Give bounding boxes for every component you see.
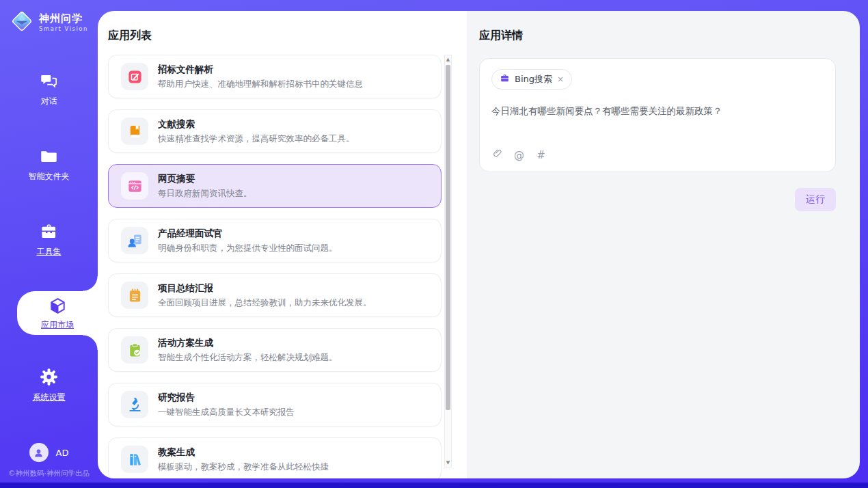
clipboard-check-icon [121, 336, 148, 364]
app-detail-panel: 应用详情 Bing搜索 × 今日湖北有哪些新闻要点？有哪些需要关注的最新政策？ … [467, 11, 860, 478]
app-title: 网页摘要 [158, 173, 252, 185]
tool-chip-bing-search[interactable]: Bing搜索 × [491, 69, 572, 90]
app-title: 研究报告 [158, 392, 295, 404]
mention-at-icon[interactable]: @ [513, 149, 525, 161]
gear-icon [40, 366, 58, 387]
app-description: 智能生成个性化活动方案，轻松解决规划难题。 [158, 352, 338, 364]
sidebar-item-label: 工具集 [37, 246, 62, 258]
scrollbar-down-icon[interactable]: ▼ [445, 459, 451, 467]
briefcase-icon [500, 73, 510, 86]
app-title: 产品经理面试官 [158, 228, 338, 240]
book-icon [121, 118, 148, 145]
brand-subtitle: Smart Vision [39, 26, 88, 32]
app-title: 文献搜索 [158, 118, 355, 131]
app-title: 教案生成 [158, 446, 329, 459]
brand-name: 神州问学 [39, 13, 88, 25]
sidebar-item-app-market[interactable]: 应用市场 [17, 291, 98, 335]
bottom-accent-strip [0, 483, 868, 488]
user-name: AD [56, 448, 69, 458]
chip-close-icon[interactable]: × [557, 75, 564, 83]
edit-doc-icon [121, 63, 148, 90]
scrollbar-up-icon[interactable]: ▲ [445, 55, 451, 64]
app-title: 项目总结汇报 [158, 282, 372, 295]
sidebar-item-label: 对话 [41, 96, 57, 107]
toolbox-icon [40, 221, 58, 241]
app-list-panel: 应用列表 招标文件解析 帮助用户快速、准确地理解和解析招标书中的关键信息 文献搜… [98, 11, 467, 478]
main-content: 应用列表 招标文件解析 帮助用户快速、准确地理解和解析招标书中的关键信息 文献搜… [98, 11, 860, 478]
sidebar-item-label: 应用市场 [41, 319, 74, 331]
app-detail-title: 应用详情 [479, 29, 836, 43]
app-list-item-web-summary[interactable]: 网页摘要 每日政府新闻资讯快查。 [108, 164, 442, 208]
app-description: 帮助用户快速、准确地理解和解析招标书中的关键信息 [158, 79, 363, 90]
app-list-item-lesson-plan[interactable]: 教案生成 模板驱动，教案秒成，教学准备从此轻松快捷 [108, 437, 442, 478]
attachment-paperclip-icon[interactable] [491, 148, 503, 162]
app-list-item-project-summary[interactable]: 项目总结汇报 全面回顾项目进展，总结经验教训，助力未来优化发展。 [108, 273, 442, 317]
sidebar-item-smart-folder[interactable]: 智能文件夹 [0, 146, 98, 182]
app-list-item-event-plan[interactable]: 活动方案生成 智能生成个性化活动方案，轻松解决规划难题。 [108, 328, 442, 372]
app-description: 模板驱动，教案秒成，教学准备从此轻松快捷 [158, 461, 329, 473]
app-description: 全面回顾项目进展，总结经验教训，助力未来优化发展。 [158, 297, 372, 309]
app-title: 招标文件解析 [158, 64, 363, 76]
interviewer-icon [121, 227, 148, 254]
app-description: 一键智能生成高质量长文本研究报告 [158, 407, 295, 418]
sidebar-item-system-settings[interactable]: 系统设置 [0, 366, 98, 403]
scrollbar-thumb[interactable] [446, 65, 450, 410]
hashtag-icon[interactable]: # [535, 149, 547, 161]
avatar [29, 443, 49, 462]
sidebar-item-toolset[interactable]: 工具集 [0, 221, 98, 258]
brand-diamond-icon [10, 9, 34, 36]
sidebar-item-chat[interactable]: 对话 [0, 70, 98, 107]
app-list-item-pm-interviewer[interactable]: 产品经理面试官 明确身份和职责，为您提供专业性的面试问题。 [108, 219, 442, 262]
sidebar: 神州问学 Smart Vision 对话 智能文件夹 工具集 应用市场 系统设置… [0, 0, 98, 488]
browser-code-icon [121, 172, 148, 200]
sidebar-item-label: 智能文件夹 [29, 171, 70, 182]
app-list-title: 应用列表 [108, 29, 467, 43]
cube-icon [49, 296, 67, 316]
app-description: 每日政府新闻资讯快查。 [158, 188, 252, 200]
app-description: 明确身份和职责，为您提供专业性的面试问题。 [158, 243, 338, 254]
sidebar-item-label: 系统设置 [33, 392, 66, 403]
brand-logo: 神州问学 Smart Vision [0, 9, 98, 36]
chat-icon [40, 70, 58, 91]
query-text[interactable]: 今日湖北有哪些新闻要点？有哪些需要关注的最新政策？ [491, 105, 824, 118]
copyright-text: ©神州数码·神州问学出品 [0, 469, 98, 478]
app-list-item-literature-search[interactable]: 文献搜索 快速精准查找学术资源，提高研究效率的必备工具。 [108, 109, 442, 153]
query-input-card[interactable]: Bing搜索 × 今日湖北有哪些新闻要点？有哪些需要关注的最新政策？ @ # [479, 58, 836, 172]
microscope-icon [121, 391, 148, 418]
tool-chip-label: Bing搜索 [515, 73, 552, 85]
notepad-icon [121, 282, 148, 309]
run-button[interactable]: 运行 [795, 188, 836, 211]
app-list-item-research-report[interactable]: 研究报告 一键智能生成高质量长文本研究报告 [108, 383, 442, 426]
app-list: 招标文件解析 帮助用户快速、准确地理解和解析招标书中的关键信息 文献搜索 快速精… [108, 55, 442, 478]
user-row[interactable]: AD [0, 443, 98, 462]
folder-icon [40, 146, 58, 166]
list-scrollbar[interactable]: ▲ ▼ [444, 55, 452, 467]
app-title: 活动方案生成 [158, 337, 338, 349]
books-icon [121, 446, 148, 473]
app-description: 快速精准查找学术资源，提高研究效率的必备工具。 [158, 133, 355, 145]
app-list-item-tender-analysis[interactable]: 招标文件解析 帮助用户快速、准确地理解和解析招标书中的关键信息 [108, 55, 442, 98]
